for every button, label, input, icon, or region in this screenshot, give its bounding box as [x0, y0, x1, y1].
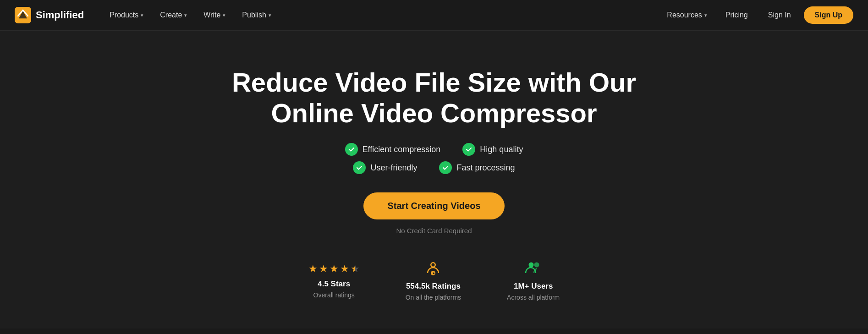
features-row-1: Efficient compression High quality: [345, 143, 523, 156]
star-3: ★: [330, 263, 339, 275]
hero-title: Reduce Video File Size with Our Online V…: [232, 67, 636, 128]
users-label: Across all platform: [507, 294, 560, 301]
nav-item-publish[interactable]: Publish ▾: [235, 7, 278, 23]
create-label: Create: [160, 11, 182, 19]
users-icon: [525, 260, 542, 279]
resources-chevron: ▾: [704, 12, 707, 18]
star-half: ★: [351, 263, 360, 275]
cta-button[interactable]: Start Creating Videos: [363, 192, 504, 219]
signin-label: Sign In: [768, 11, 791, 19]
svg-point-5: [528, 263, 533, 268]
stat-ratings: ★ 554.5k Ratings On all the platforms: [406, 260, 461, 301]
svg-point-6: [534, 263, 539, 268]
pricing-label: Pricing: [725, 11, 748, 19]
logo-text: Simplified: [36, 9, 84, 21]
stats-row: ★ ★ ★ ★ ★ 4.5 Stars Overall ratings ★: [308, 260, 560, 301]
nav-right-items: Resources ▾ Pricing Sign In Sign Up: [659, 6, 853, 24]
feature-efficient: Efficient compression: [345, 143, 441, 156]
nav-item-resources[interactable]: Resources ▾: [659, 7, 714, 23]
feature-highquality: High quality: [462, 143, 523, 156]
feature-efficient-label: Efficient compression: [363, 145, 441, 154]
nav-left-items: Products ▾ Create ▾ Write ▾ Publish ▾: [102, 7, 279, 23]
feature-highquality-label: High quality: [480, 145, 523, 154]
check-icon-userfriendly: [353, 161, 366, 174]
nav-signup-button[interactable]: Sign Up: [804, 6, 853, 24]
publish-label: Publish: [242, 11, 266, 19]
no-credit-label: No Credit Card Required: [396, 227, 472, 235]
ratings-value: 554.5k Ratings: [406, 282, 461, 291]
products-label: Products: [110, 11, 138, 19]
stars-label: Overall ratings: [313, 291, 355, 299]
star-4: ★: [340, 263, 349, 275]
users-value: 1M+ Users: [514, 282, 553, 291]
nav-item-pricing[interactable]: Pricing: [718, 7, 755, 23]
feature-fastprocessing-label: Fast processing: [456, 163, 515, 173]
products-chevron: ▾: [141, 12, 143, 18]
logo-icon: [15, 7, 31, 23]
star-2: ★: [319, 263, 328, 275]
nav-item-write[interactable]: Write ▾: [196, 7, 233, 23]
check-icon-highquality: [462, 143, 475, 156]
stat-stars: ★ ★ ★ ★ ★ 4.5 Stars Overall ratings: [308, 263, 360, 299]
stat-users: 1M+ Users Across all platform: [507, 260, 560, 301]
feature-fastprocessing: Fast processing: [439, 161, 515, 174]
nav-item-products[interactable]: Products ▾: [102, 7, 151, 23]
nav-item-create[interactable]: Create ▾: [153, 7, 194, 23]
star-1: ★: [308, 263, 318, 275]
hero-section: Reduce Video File Size with Our Online V…: [0, 31, 868, 329]
write-label: Write: [203, 11, 220, 19]
svg-point-2: [432, 263, 435, 267]
ratings-label: On all the platforms: [406, 294, 461, 301]
navbar: Simplified Products ▾ Create ▾ Write ▾ P…: [0, 0, 868, 31]
resources-label: Resources: [667, 11, 702, 19]
feature-userfriendly: User-friendly: [353, 161, 417, 174]
features-grid: Efficient compression High quality User-: [345, 143, 523, 174]
ratings-icon: ★: [425, 260, 441, 279]
features-row-2: User-friendly Fast processing: [353, 161, 515, 174]
logo-link[interactable]: Simplified: [15, 7, 84, 23]
stars-row: ★ ★ ★ ★ ★: [308, 263, 360, 275]
write-chevron: ▾: [223, 12, 225, 18]
svg-text:★: ★: [432, 272, 435, 275]
nav-signin-button[interactable]: Sign In: [759, 7, 800, 23]
create-chevron: ▾: [184, 12, 187, 18]
publish-chevron: ▾: [269, 12, 271, 18]
stars-value: 4.5 Stars: [318, 279, 350, 289]
check-icon-fastprocessing: [439, 161, 452, 174]
check-icon-efficient: [345, 143, 358, 156]
feature-userfriendly-label: User-friendly: [370, 163, 417, 173]
